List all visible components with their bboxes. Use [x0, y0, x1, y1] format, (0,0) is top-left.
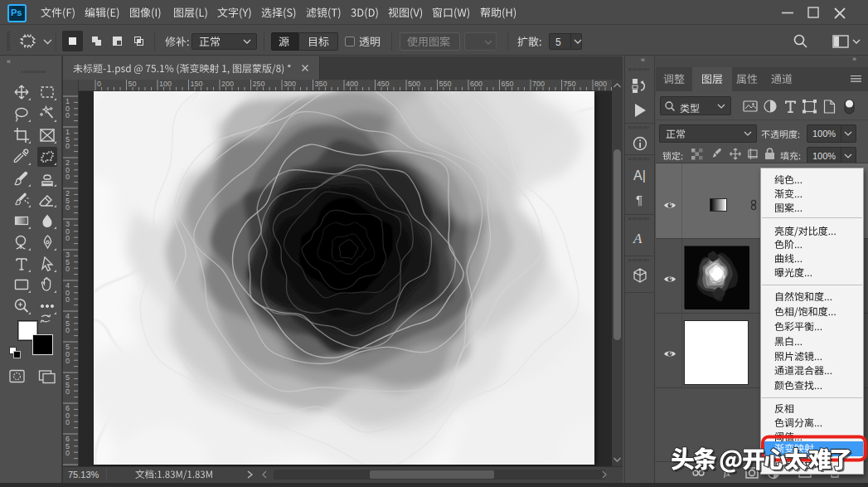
svg-text:0: 0: [65, 449, 70, 457]
svg-text:500: 500: [408, 80, 420, 88]
svg-text:50: 50: [129, 80, 137, 88]
svg-text:0: 0: [65, 295, 70, 304]
svg-text:600: 600: [470, 80, 482, 88]
svg-text:550: 550: [439, 80, 452, 88]
svg-text:0: 0: [65, 387, 70, 396]
svg-text:250: 250: [253, 80, 265, 88]
svg-text:700: 700: [532, 80, 545, 88]
svg-text:0: 0: [65, 326, 70, 334]
svg-text:0: 0: [65, 111, 70, 119]
svg-text:200: 200: [221, 80, 234, 88]
svg-text:400: 400: [346, 80, 358, 88]
svg-text:300: 300: [284, 80, 296, 88]
svg-text:fx: fx: [724, 468, 730, 478]
svg-text:800: 800: [594, 80, 607, 88]
svg-text:0: 0: [97, 80, 101, 88]
svg-text:0: 0: [65, 142, 70, 150]
svg-text:0: 0: [65, 173, 70, 181]
svg-text:350: 350: [315, 80, 327, 88]
svg-text:650: 650: [502, 80, 514, 88]
svg-text:750: 750: [564, 80, 576, 88]
svg-text:0: 0: [65, 418, 70, 426]
svg-text:450: 450: [377, 80, 390, 88]
svg-text:100: 100: [159, 80, 172, 88]
svg-text:150: 150: [191, 80, 203, 88]
svg-text:0: 0: [65, 203, 70, 212]
svg-text:0: 0: [65, 234, 70, 242]
svg-text:0: 0: [65, 357, 70, 365]
svg-text:0: 0: [65, 265, 70, 273]
